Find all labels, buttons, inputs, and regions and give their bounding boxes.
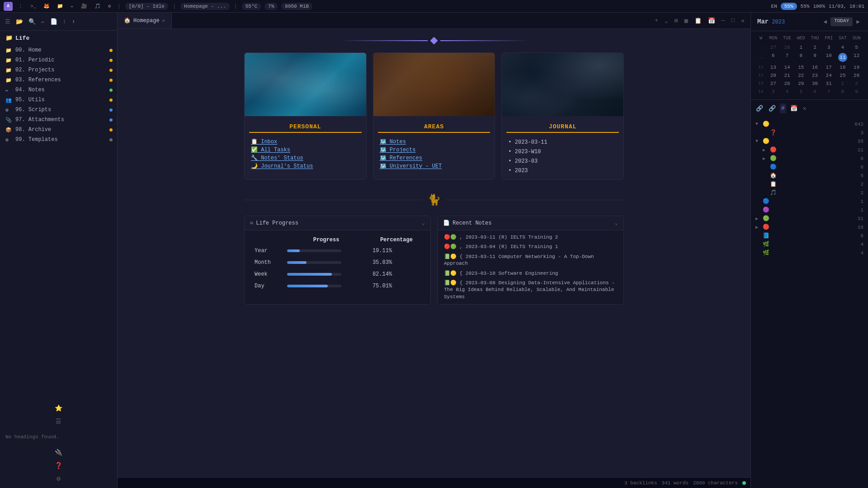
topbar-settings-btn[interactable]: ⚙️ xyxy=(106,2,113,10)
cal-day-1-1[interactable]: 27 xyxy=(766,43,780,52)
note-item-3[interactable]: 📗🟡 { 2023-03-10 Software Engineering xyxy=(444,270,617,277)
topbar-music-btn[interactable]: 🎵 xyxy=(93,2,103,10)
tree-item-3[interactable]: 🔵 1 xyxy=(753,197,866,206)
sidebar-toggle-btn[interactable]: ☰ xyxy=(4,17,12,27)
card-link-inbox[interactable]: 📋 Inbox xyxy=(251,138,360,145)
cal-day-3-2[interactable]: 14 xyxy=(780,63,794,71)
tree-expand-2-1[interactable]: ▶ xyxy=(763,147,768,153)
cal-day-1-5[interactable]: 3 xyxy=(822,43,836,52)
tree-child-2-1[interactable]: ▶ 🔴 11 xyxy=(753,145,866,154)
tree-item-9[interactable]: 🌿 4 xyxy=(753,249,866,257)
sidebar-list-btn[interactable]: ☰ xyxy=(4,416,113,427)
cal-day-6-4[interactable]: 6 xyxy=(808,88,822,96)
card-link-journalstatus[interactable]: 🌙 Journal's Status xyxy=(251,163,360,169)
tab-layout-btn[interactable]: ⊞ xyxy=(672,16,680,26)
cal-day-6-3[interactable]: 5 xyxy=(794,88,808,96)
cal-day-4-6[interactable]: 25 xyxy=(836,71,850,80)
tree-child-2-4[interactable]: 🏠 5 xyxy=(753,171,866,180)
cal-day-2-4[interactable]: 9 xyxy=(808,52,822,63)
sidebar-arrow-btn[interactable]: ⬇️ xyxy=(71,17,77,27)
sidebar-item-home[interactable]: 📁 00. Home xyxy=(0,45,117,55)
journal-entry-4[interactable]: • 2023 xyxy=(508,167,617,175)
tree-item-4[interactable]: 🟣 1 xyxy=(753,206,866,214)
tab-close-btn[interactable]: ✕ xyxy=(162,18,165,23)
cal-day-1-4[interactable]: 2 xyxy=(808,43,822,52)
note-item-0[interactable]: 🔴🟢 , 2023-03-11 (R) IELTS Training 2 xyxy=(444,234,617,241)
cal-day-4-2[interactable]: 21 xyxy=(780,71,794,80)
sidebar-help-btn[interactable]: ❓ xyxy=(4,460,113,471)
topbar-menu-btn[interactable]: ⋮ xyxy=(16,2,25,10)
tab-minimize-btn[interactable]: ─ xyxy=(719,16,727,25)
tab-homepage[interactable]: 🏠 Homepage ✕ xyxy=(118,13,172,28)
sidebar-item-attachments[interactable]: 📎 97. Attachments xyxy=(0,115,117,125)
topbar-video-btn[interactable]: 🎥 xyxy=(79,2,89,10)
cal-day-4-3[interactable]: 22 xyxy=(794,71,808,80)
tab-close2-btn[interactable]: ✕ xyxy=(739,16,747,26)
tree-item-1[interactable]: ▼ 🟡 642 xyxy=(753,120,866,128)
cal-prev-btn[interactable]: ◀ xyxy=(821,17,829,26)
sidebar-settings-btn[interactable]: ⚙️ xyxy=(4,473,113,484)
panel-collapse-progress[interactable]: ⌄ xyxy=(422,220,425,226)
tree-expand-2-2[interactable]: ▶ xyxy=(763,156,768,161)
right-btn-link[interactable]: 🔗 xyxy=(755,103,764,113)
cal-day-1-7[interactable]: 5 xyxy=(849,43,863,52)
tree-expand-5[interactable]: ▶ xyxy=(755,216,761,221)
cal-day-6-1[interactable]: 3 xyxy=(766,88,780,96)
note-item-4[interactable]: 📗🟡 { 2023-03-08 Designing Data-Intensive… xyxy=(444,280,617,300)
sidebar-new-btn[interactable]: 📄 xyxy=(49,17,59,27)
cal-next-btn[interactable]: ▶ xyxy=(854,17,862,26)
cal-day-5-3[interactable]: 29 xyxy=(794,80,808,88)
topbar-terminal-btn[interactable]: >_ xyxy=(28,3,38,10)
cal-day-5-6[interactable]: 1 xyxy=(836,80,850,88)
cal-day-1-2[interactable]: 28 xyxy=(780,43,794,52)
tree-item-8[interactable]: 🌿 4 xyxy=(753,240,866,249)
topbar-edit-btn[interactable]: ✏️ xyxy=(69,2,75,10)
cal-day-2-5[interactable]: 10 xyxy=(822,52,836,63)
cal-day-4-5[interactable]: 24 xyxy=(822,71,836,80)
cal-day-5-5[interactable]: 31 xyxy=(822,80,836,88)
card-link-projects[interactable]: 🗺️ Projects xyxy=(380,146,489,153)
card-link-alltasks[interactable]: ✅ All Tasks xyxy=(251,146,360,153)
sidebar-star-btn[interactable]: ⭐ xyxy=(4,403,113,414)
cal-day-5-2[interactable]: 28 xyxy=(780,80,794,88)
cal-day-2-1[interactable]: 6 xyxy=(766,52,780,63)
right-btn-chain[interactable]: 🔗 xyxy=(767,103,777,113)
sidebar-search-btn[interactable]: 🔍 xyxy=(27,17,37,27)
sidebar-item-archive[interactable]: 📦 98. Archive xyxy=(0,125,117,135)
tree-expand-1[interactable]: ▼ xyxy=(755,122,761,127)
cal-day-2-7[interactable]: 12 xyxy=(849,52,863,63)
card-link-references[interactable]: 🗺️ References xyxy=(380,155,489,161)
note-item-1[interactable]: 🔴🟢 , 2023-03-04 (R) IELTS Training 1 xyxy=(444,244,617,250)
cal-day-3-1[interactable]: 13 xyxy=(766,63,780,71)
sidebar-plugin-btn[interactable]: 🔌 xyxy=(4,447,113,458)
tab-grid-btn[interactable]: ▦ xyxy=(682,16,690,26)
sidebar-edit-btn[interactable]: ✏️ xyxy=(40,17,46,27)
cal-day-3-4[interactable]: 16 xyxy=(808,63,822,71)
tab-maximize-btn[interactable]: □ xyxy=(729,16,737,25)
topbar-browser-btn[interactable]: 🦊 xyxy=(42,2,52,10)
tree-child-2-2[interactable]: ▶ 🟢 6 xyxy=(753,154,866,163)
cal-day-5-4[interactable]: 30 xyxy=(808,80,822,88)
cal-day-3-5[interactable]: 17 xyxy=(822,63,836,71)
tab-view-btn[interactable]: 📋 xyxy=(692,16,704,26)
card-link-notes[interactable]: 🗺️ Notes xyxy=(380,138,489,145)
tree-expand-2[interactable]: ▼ xyxy=(755,139,761,144)
app-logo[interactable]: A xyxy=(4,2,13,11)
tree-expand-6[interactable]: ▶ xyxy=(755,225,761,230)
panel-collapse-notes[interactable]: ⌄ xyxy=(615,220,618,226)
tree-item-7[interactable]: 📘 6 xyxy=(753,231,866,240)
cal-day-1-3[interactable]: 1 xyxy=(794,43,808,52)
cal-today-btn[interactable]: TODAY xyxy=(830,17,853,26)
tree-child-2-6[interactable]: 🎵 2 xyxy=(753,188,866,197)
right-btn-close[interactable]: ✕ xyxy=(802,103,808,113)
card-link-university[interactable]: 🗺️ University - UET xyxy=(380,163,489,169)
cal-day-2-2[interactable]: 7 xyxy=(780,52,794,63)
sidebar-item-templates[interactable]: ⚙️ 99. Templates xyxy=(0,135,117,145)
sidebar-item-utils[interactable]: 👥 95. Utils xyxy=(0,95,117,105)
tree-child-1-1[interactable]: ❓ 3 xyxy=(753,128,866,137)
cal-day-4-1[interactable]: 20 xyxy=(766,71,780,80)
tab-calendar-btn[interactable]: 📅 xyxy=(706,16,717,26)
cal-day-6-5[interactable]: 7 xyxy=(822,88,836,96)
cal-day-6-6[interactable]: 8 xyxy=(836,88,850,96)
cal-day-5-1[interactable]: 27 xyxy=(766,80,780,88)
